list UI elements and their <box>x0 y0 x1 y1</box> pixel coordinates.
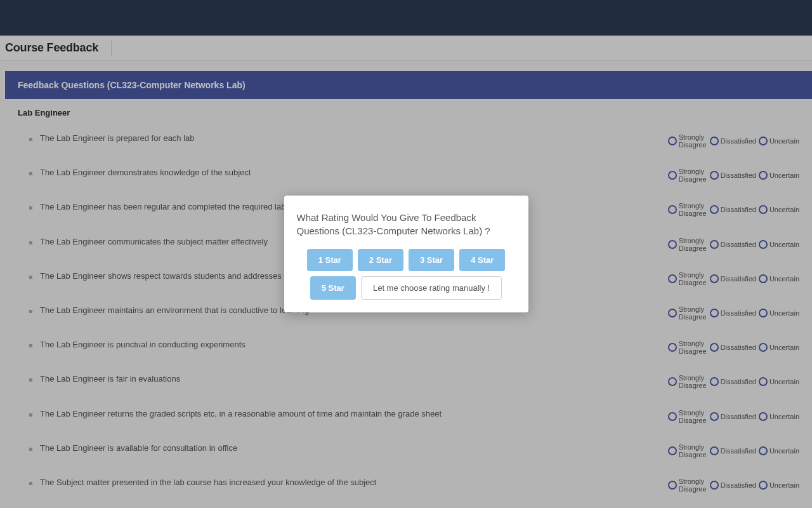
star-1-button[interactable]: 1 Star <box>307 249 353 271</box>
rating-modal: What Rating Would You Give To Feedback Q… <box>284 196 528 312</box>
modal-title: What Rating Would You Give To Feedback Q… <box>297 211 516 237</box>
modal-buttons: 1 Star 2 Star 3 Star 4 Star 5 Star Let m… <box>297 249 516 300</box>
manual-rating-button[interactable]: Let me choose rating manually ! <box>361 276 502 300</box>
star-2-button[interactable]: 2 Star <box>358 249 403 271</box>
star-3-button[interactable]: 3 Star <box>409 249 454 271</box>
star-5-button[interactable]: 5 Star <box>310 276 356 300</box>
star-4-button[interactable]: 4 Star <box>459 249 505 271</box>
modal-overlay: What Rating Would You Give To Feedback Q… <box>0 0 812 508</box>
